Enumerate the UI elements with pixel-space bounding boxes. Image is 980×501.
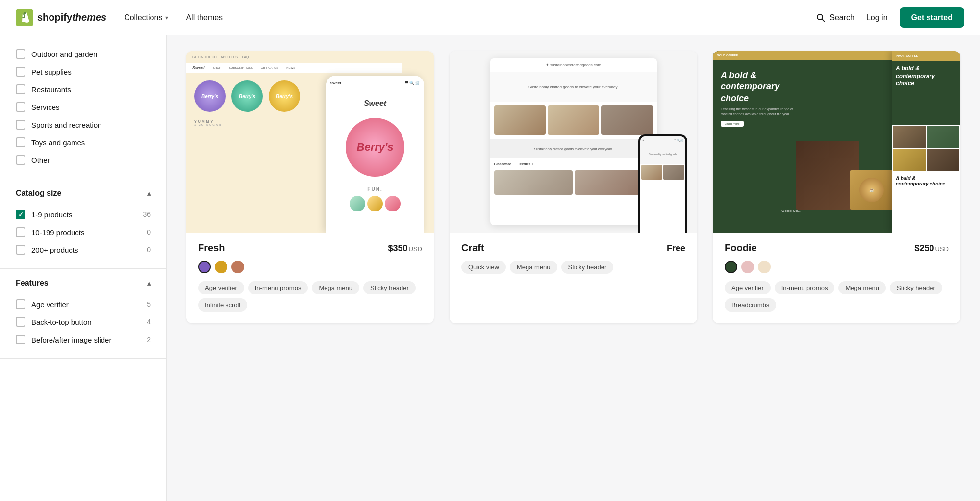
craft-tags: Quick view Mega menu Sticky header <box>461 261 685 274</box>
fresh-can-teal: Berry's <box>231 80 263 112</box>
craft-tag-sticky-header: Sticky header <box>561 261 614 274</box>
category-filter-section: Outdoor and garden Pet supplies Restaura… <box>0 35 166 179</box>
logo-brand: shopifythemes <box>37 12 106 23</box>
checkbox-200-plus-products[interactable] <box>16 245 25 255</box>
fresh-can-purple: Berry's <box>194 80 226 112</box>
main-nav: Collections ▾ <box>124 13 168 22</box>
theme-card-foodie-info: Foodie $250USD Age verifier In-menu prom… <box>713 233 960 323</box>
craft-img-2 <box>548 105 599 135</box>
fresh-swatch-3[interactable] <box>231 261 244 273</box>
filter-sports-recreation[interactable]: Sports and recreation <box>16 116 151 133</box>
craft-device-preview: ✦ sustainablecraftedgoods.com Sustainabl… <box>490 58 657 225</box>
fresh-tag-age-verifier: Age verifier <box>198 281 244 294</box>
craft-title-row: Craft Free <box>461 242 685 254</box>
foodie-desktop-preview: GOLD COFFEE A bold &contemporarychoice F… <box>713 51 899 214</box>
filter-toys-games[interactable]: Toys and games <box>16 133 151 151</box>
shopify-logo-icon <box>16 9 33 26</box>
fresh-tag-infinite-scroll: Infinite scroll <box>198 298 247 312</box>
foodie-tag-age-verifier: Age verifier <box>725 281 771 294</box>
checkbox-10-199-products[interactable] <box>16 227 25 237</box>
features-section: Features ▴ Age verifier 5 Back-to-top bu… <box>0 269 166 359</box>
checkbox-age-verifier[interactable] <box>16 299 25 309</box>
filter-1-9-products[interactable]: 1-9 products 36 <box>16 206 151 223</box>
fresh-mockup: GET IN TOUCH ABOUT US FAQ Sweet SHOP SUB… <box>186 51 434 233</box>
craft-img-3 <box>601 105 653 135</box>
foodie-mobile-preview: INMAR COFFEE A bold &contemporarychoice <box>892 51 960 233</box>
fresh-large-can: Berry's <box>346 118 404 177</box>
theme-card-fresh-image: GET IN TOUCH ABOUT US FAQ Sweet SHOP SUB… <box>186 51 434 233</box>
checkbox-outdoor-garden[interactable] <box>16 49 25 59</box>
fresh-name: Fresh <box>198 242 225 254</box>
fresh-price: $350USD <box>388 243 423 254</box>
search-button[interactable]: Search <box>816 13 854 23</box>
craft-name: Craft <box>461 242 484 254</box>
filter-200-plus-products[interactable]: 200+ products 0 <box>16 241 151 259</box>
catalog-size-title[interactable]: Catalog size ▴ <box>16 189 151 198</box>
foodie-swatch-1[interactable] <box>725 261 737 273</box>
fresh-tag-mega-menu: Mega menu <box>312 281 359 294</box>
fresh-swatch-2[interactable] <box>215 261 227 273</box>
main-content: GET IN TOUCH ABOUT US FAQ Sweet SHOP SUB… <box>167 35 980 501</box>
fresh-swatches <box>198 261 422 273</box>
features-title[interactable]: Features ▴ <box>16 279 151 288</box>
foodie-mobile-images <box>892 125 960 172</box>
login-button[interactable]: Log in <box>866 13 888 22</box>
filter-10-199-products[interactable]: 10-199 products 0 <box>16 223 151 241</box>
foodie-mockup: GOLD COFFEE A bold &contemporarychoice F… <box>713 51 960 233</box>
fresh-tags: Age verifier In-menu promos Mega menu St… <box>198 281 422 312</box>
craft-tag-mega-menu: Mega menu <box>510 261 557 274</box>
craft-mobile-preview: ✦ ☰ 🔍 🛒 Sustainably crafted goods <box>638 134 687 233</box>
theme-card-foodie-image: GOLD COFFEE A bold &contemporarychoice F… <box>713 51 960 233</box>
filter-outdoor-garden[interactable]: Outdoor and garden <box>16 45 151 63</box>
filter-services[interactable]: Services <box>16 98 151 116</box>
checkbox-before-after[interactable] <box>16 335 25 344</box>
foodie-tag-in-menu-promos: In-menu promos <box>775 281 835 294</box>
filter-restaurants[interactable]: Restaurants <box>16 80 151 98</box>
filter-age-verifier[interactable]: Age verifier 5 <box>16 295 151 313</box>
fresh-title-row: Fresh $350USD <box>198 242 422 254</box>
checkbox-other[interactable] <box>16 155 25 165</box>
header-left: shopifythemes Collections ▾ All themes <box>16 9 223 26</box>
craft-image-grid <box>490 102 657 139</box>
page-layout: Outdoor and garden Pet supplies Restaura… <box>0 35 980 501</box>
foodie-swatch-3[interactable] <box>758 261 771 273</box>
theme-card-foodie[interactable]: GOLD COFFEE A bold &contemporarychoice F… <box>713 51 960 323</box>
filter-pet-supplies[interactable]: Pet supplies <box>16 63 151 80</box>
chevron-up-icon-features: ▴ <box>147 279 151 287</box>
get-started-button[interactable]: Get started <box>900 7 964 28</box>
checkbox-sports-recreation[interactable] <box>16 120 25 130</box>
foodie-coffee-cup: ☕ <box>850 170 894 210</box>
fresh-tag-sticky-header: Sticky header <box>363 281 416 294</box>
checkbox-toys-games[interactable] <box>16 137 25 147</box>
checkbox-pet-supplies[interactable] <box>16 67 25 77</box>
site-header: shopifythemes Collections ▾ All themes S… <box>0 0 980 35</box>
all-themes-nav-link[interactable]: All themes <box>186 13 223 22</box>
filter-back-to-top[interactable]: Back-to-top button 4 <box>16 313 151 331</box>
theme-card-craft-info: Craft Free Quick view Mega menu Sticky h… <box>450 233 697 286</box>
foodie-tag-sticky-header: Sticky header <box>890 281 942 294</box>
filter-other[interactable]: Other <box>16 151 151 169</box>
checkbox-back-to-top[interactable] <box>16 317 25 327</box>
header-right: Search Log in Get started <box>816 7 964 28</box>
theme-card-craft-image: ✦ sustainablecraftedgoods.com Sustainabl… <box>450 51 697 233</box>
fresh-swatch-1[interactable] <box>198 261 211 273</box>
sidebar: Outdoor and garden Pet supplies Restaura… <box>0 35 167 501</box>
logo[interactable]: shopifythemes <box>16 9 106 26</box>
checkbox-services[interactable] <box>16 102 25 112</box>
foodie-swatch-2[interactable] <box>741 261 754 273</box>
good-coffee-label: Good Co... <box>781 209 801 213</box>
fresh-mobile-preview: Sweet ☰ 🔍 🛒 Sweet Berry's FUN. <box>326 76 424 233</box>
checkbox-1-9-products[interactable] <box>16 210 25 219</box>
collections-nav-link[interactable]: Collections ▾ <box>124 13 168 22</box>
foodie-swatches <box>725 261 949 273</box>
search-icon <box>816 13 826 23</box>
filter-before-after[interactable]: Before/after image slider 2 <box>16 331 151 348</box>
theme-card-craft[interactable]: ✦ sustainablecraftedgoods.com Sustainabl… <box>450 51 697 323</box>
craft-tag-quick-view: Quick view <box>461 261 506 274</box>
checkbox-restaurants[interactable] <box>16 84 25 94</box>
themes-grid: GET IN TOUCH ABOUT US FAQ Sweet SHOP SUB… <box>186 51 960 323</box>
theme-card-fresh[interactable]: GET IN TOUCH ABOUT US FAQ Sweet SHOP SUB… <box>186 51 434 323</box>
svg-line-2 <box>822 19 825 22</box>
foodie-tag-mega-menu: Mega menu <box>838 281 886 294</box>
foodie-tag-breadcrumbs: Breadcrumbs <box>725 298 776 312</box>
